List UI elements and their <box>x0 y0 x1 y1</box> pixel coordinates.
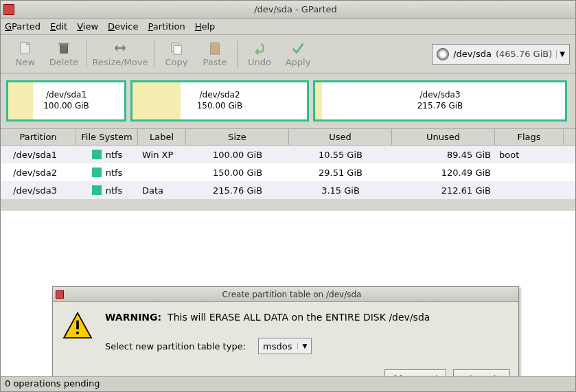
app-icon <box>56 290 64 299</box>
status-bar: 0 operations pending <box>1 376 575 391</box>
partition-block[interactable]: /dev/sda2150.00 GiB <box>130 80 309 122</box>
cell-unused: 120.49 GiB <box>392 168 495 178</box>
used-region <box>8 82 33 119</box>
cell-size: 150.00 GiB <box>186 168 289 178</box>
menubar: GParted Edit View Device Partition Help <box>1 19 575 35</box>
table-row[interactable]: /dev/sda3ntfsData215.76 GiB3.15 GiB212.6… <box>1 181 575 199</box>
copy-button[interactable]: Copy <box>157 38 196 71</box>
device-size: (465.76 GiB) <box>496 49 552 59</box>
cell-label: Win XP <box>138 150 186 160</box>
cell-label: Data <box>138 185 186 196</box>
apply-icon <box>462 374 472 376</box>
used-region <box>133 82 181 119</box>
svg-rect-8 <box>76 332 79 334</box>
partition-block-label: /dev/sda1100.00 GiB <box>43 90 89 111</box>
svg-rect-1 <box>60 45 68 54</box>
resize-button[interactable]: Resize/Move <box>89 38 151 71</box>
col-filesystem[interactable]: File System <box>76 129 138 145</box>
create-partition-table-dialog: Create partition table on /dev/sda WARNI… <box>52 286 519 376</box>
paste-button[interactable]: Paste <box>196 38 234 71</box>
apply-icon <box>290 41 306 56</box>
cell-partition: /dev/sda1 <box>1 150 76 160</box>
cell-used: 29.51 GiB <box>289 168 392 178</box>
undo-button[interactable]: Undo <box>240 38 279 71</box>
delete-icon <box>56 41 71 56</box>
partition-list: /dev/sda1ntfsWin XP100.00 GiB10.55 GiB89… <box>1 146 575 199</box>
table-row[interactable]: /dev/sda2ntfs150.00 GiB29.51 GiB120.49 G… <box>1 163 575 181</box>
fs-swatch <box>92 185 102 195</box>
device-selector[interactable]: /dev/sda (465.76 GiB) ▼ <box>432 44 570 65</box>
svg-rect-6 <box>213 42 217 45</box>
partition-block[interactable]: /dev/sda3215.76 GiB <box>313 80 567 122</box>
cell-used: 3.15 GiB <box>289 185 392 196</box>
separator <box>86 41 87 68</box>
resize-icon <box>113 41 128 56</box>
partition-block[interactable]: /dev/sda1100.00 GiB <box>6 80 126 122</box>
toolbar: New Delete Resize/Move Copy Paste Undo A… <box>1 35 575 73</box>
menu-partition[interactable]: Partition <box>148 21 185 32</box>
main-titlebar: /dev/sda - GParted <box>1 1 575 19</box>
warning-text: WARNING: This will ERASE ALL DATA on the… <box>105 312 506 323</box>
col-size[interactable]: Size <box>186 129 289 145</box>
partition-block-label: /dev/sda2150.00 GiB <box>197 90 243 111</box>
menu-gparted[interactable]: GParted <box>5 21 41 32</box>
cell-flags: boot <box>495 150 564 160</box>
disk-icon <box>437 48 449 60</box>
fs-swatch <box>92 150 102 159</box>
window-title: /dev/sda - GParted <box>19 4 573 14</box>
partition-table-type-select[interactable]: msdos ▼ <box>258 338 312 354</box>
new-icon <box>18 41 33 56</box>
col-label[interactable]: Label <box>138 129 186 145</box>
delete-button[interactable]: Delete <box>45 38 83 71</box>
undo-icon <box>252 41 267 56</box>
svg-rect-5 <box>211 43 220 54</box>
select-type-label: Select new partition table type: <box>105 341 246 351</box>
cell-used: 10.55 GiB <box>289 150 392 160</box>
col-unused[interactable]: Unused <box>392 129 495 145</box>
apply-button[interactable]: Apply <box>279 38 317 71</box>
svg-rect-4 <box>174 45 181 54</box>
cell-filesystem: ntfs <box>76 168 138 178</box>
fs-swatch <box>92 168 102 177</box>
cell-size: 215.76 GiB <box>186 185 289 196</box>
cell-filesystem: ntfs <box>76 185 138 196</box>
chevron-down-icon: ▼ <box>556 50 565 58</box>
table-row[interactable]: /dev/sda1ntfsWin XP100.00 GiB10.55 GiB89… <box>1 146 575 163</box>
partition-map: /dev/sda1100.00 GiB/dev/sda2150.00 GiB/d… <box>1 73 575 128</box>
selected-type: msdos <box>263 341 292 351</box>
cell-size: 100.00 GiB <box>186 150 289 160</box>
menu-help[interactable]: Help <box>195 21 216 32</box>
cell-partition: /dev/sda3 <box>1 185 76 196</box>
separator <box>154 41 154 68</box>
col-flags[interactable]: Flags <box>495 129 564 145</box>
cell-partition: /dev/sda2 <box>1 168 76 178</box>
menu-device[interactable]: Device <box>108 21 138 32</box>
partition-block-label: /dev/sda3215.76 GiB <box>417 90 463 111</box>
menu-view[interactable]: View <box>77 21 98 32</box>
new-button[interactable]: New <box>6 38 45 71</box>
cell-unused: 212.61 GiB <box>392 185 495 196</box>
device-name: /dev/sda <box>453 49 492 59</box>
app-icon <box>3 4 14 15</box>
cancel-button[interactable]: Cancel <box>384 369 446 376</box>
partition-list-header: Partition File System Label Size Used Un… <box>1 128 575 146</box>
chevron-down-icon: ▼ <box>297 343 307 349</box>
dialog-titlebar: Create partition table on /dev/sda <box>53 287 518 302</box>
cancel-icon <box>393 374 403 376</box>
menu-edit[interactable]: Edit <box>50 21 67 32</box>
apply-button[interactable]: Apply <box>453 369 510 376</box>
warning-icon <box>62 312 93 339</box>
svg-rect-7 <box>76 321 79 330</box>
svg-rect-2 <box>59 43 69 45</box>
separator <box>237 41 238 68</box>
col-partition[interactable]: Partition <box>1 129 76 145</box>
cell-filesystem: ntfs <box>76 150 138 160</box>
cell-unused: 89.45 GiB <box>392 150 495 160</box>
used-region <box>315 82 322 119</box>
dialog-title: Create partition table on /dev/sda <box>68 290 516 299</box>
paste-icon <box>207 41 222 56</box>
copy-icon <box>169 41 184 56</box>
col-used[interactable]: Used <box>289 129 392 145</box>
status-text: 0 operations pending <box>5 378 100 389</box>
